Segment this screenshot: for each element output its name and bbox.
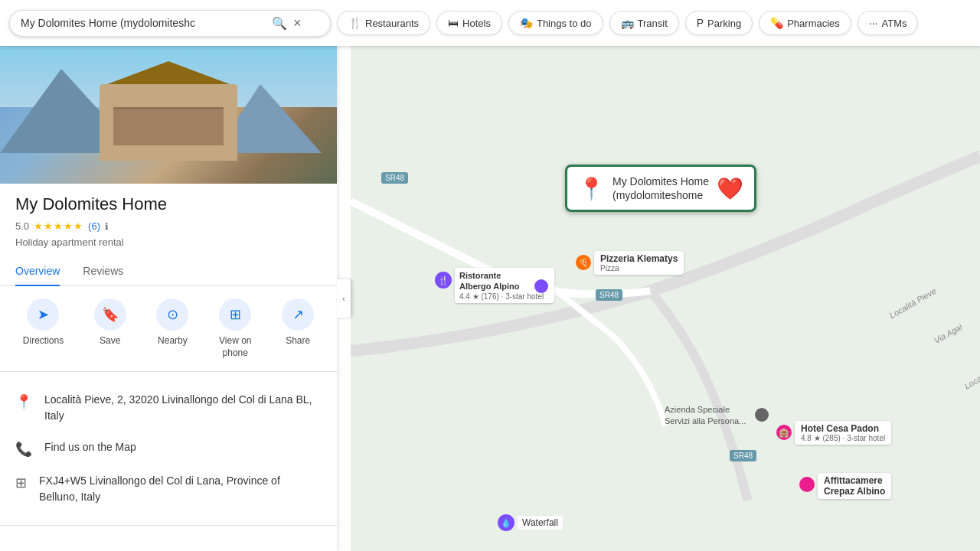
nearby-button[interactable]: ⊙ Nearby [156, 298, 188, 359]
road-label-localita-pieve-1: Località Pieve [888, 286, 938, 321]
collapse-panel-button[interactable]: ‹ [337, 279, 351, 318]
hotel-cesa-dot: 🏨 [776, 425, 792, 440]
grid-icon: ⊞ [15, 474, 27, 491]
pizzeria-dot: 🍕 [576, 255, 591, 270]
share-icon: ↗ [282, 298, 314, 331]
save-icon: 🔖 [94, 298, 126, 331]
ristorante-dot [534, 279, 548, 293]
plus-code-row: ⊞ FXJ4+W5 Livinallongo del Col di Lana, … [15, 465, 322, 513]
view-on-phone-icon: ⊞ [219, 298, 251, 331]
search-input[interactable] [21, 17, 266, 29]
category-pill-hotels[interactable]: 🛏Hotels [436, 11, 502, 35]
area-dot [755, 408, 769, 422]
main-content: My Dolomites Home 5.0 ★★★★★ (6) ℹ Holida… [0, 46, 980, 551]
find-on-map-row[interactable]: 📞 Find us on the Map [15, 432, 322, 465]
address-row: 📍 Località Pieve, 2, 32020 Livinallongo … [15, 384, 322, 432]
map-pin-icon: 📍 [578, 176, 605, 201]
parking-pill-label: Parking [707, 18, 741, 29]
left-panel: My Dolomites Home 5.0 ★★★★★ (6) ℹ Holida… [0, 46, 337, 551]
map-background: SR48 SR48 SR48 📍 My Dolomites Home(mydol… [351, 46, 980, 551]
find-on-map-text[interactable]: Find us on the Map [44, 439, 136, 455]
view-on-phone-label: View onphone [219, 335, 251, 359]
atms-pill-label: ATMs [881, 18, 906, 29]
place-type: Holiday apartment rental [0, 235, 337, 257]
affittacamere-dot [799, 477, 815, 492]
hotel-cesa-name: Hotel Cesa Padon [801, 423, 885, 434]
directions-label: Directions [23, 335, 64, 347]
tabs: Overview Reviews [0, 257, 337, 286]
nearby-label: Nearby [158, 335, 188, 347]
hotels-pill-icon: 🛏 [448, 17, 459, 29]
ristorante-meta: 4.4 ★ (176) · 3-star hotel [459, 292, 550, 301]
save-button[interactable]: 🔖 Save [94, 298, 126, 359]
view-on-phone-button[interactable]: ⊞ View onphone [219, 298, 251, 359]
top-bar: 🔍 × 🍴Restaurants🛏Hotels🎭Things to do🚌Tra… [0, 0, 980, 46]
tab-overview[interactable]: Overview [15, 257, 60, 286]
directions-button[interactable]: ➤ Directions [23, 298, 64, 359]
share-button[interactable]: ↗ Share [282, 298, 314, 359]
plus-code-text: FXJ4+W5 Livinallongo del Col di Lana, Pr… [39, 473, 322, 505]
rating-row: 5.0 ★★★★★ (6) ℹ [0, 217, 337, 235]
place-name: My Dolomites Home [0, 184, 337, 217]
road-badge-sr48-1: SR48 [381, 172, 408, 184]
marker-name-text: My Dolomites Home(mydolomiteshome [612, 174, 709, 202]
road-badge-sr48-3: SR48 [730, 450, 756, 461]
directions-icon: ➤ [27, 298, 59, 331]
affittacamere-name: AffittacamereCrepaz Albino [824, 475, 885, 497]
poi-pizzeria[interactable]: Pizzeria Klematys Pizza 🍕 [594, 251, 684, 275]
transit-pill-label: Transit [638, 18, 668, 29]
tab-reviews[interactable]: Reviews [83, 257, 123, 286]
category-pill-atms[interactable]: ···ATMs [858, 11, 919, 35]
map-container[interactable]: SR48 SR48 SR48 📍 My Dolomites Home(mydol… [351, 46, 980, 551]
category-pills: 🍴Restaurants🛏Hotels🎭Things to do🚌Transit… [337, 11, 971, 35]
category-pill-transit[interactable]: 🚌Transit [609, 11, 679, 35]
save-label: Save [100, 335, 120, 347]
poi-hotel-cesa[interactable]: Hotel Cesa Padon 4.8 ★ (285) · 3-star ho… [795, 421, 891, 445]
pharmacies-pill-icon: 💊 [770, 17, 783, 29]
nearby-icon: ⊙ [156, 298, 188, 331]
restaurants-pill-icon: 🍴 [348, 17, 361, 29]
restaurants-pill-label: Restaurants [365, 18, 419, 29]
hotels-pill-label: Hotels [462, 18, 491, 29]
info-icon[interactable]: ℹ [105, 221, 109, 232]
share-label: Share [286, 335, 310, 347]
clear-search-button[interactable]: × [293, 15, 302, 31]
road-badge-sr48-2: SR48 [596, 289, 622, 301]
heart-icon: ❤️ [717, 176, 743, 201]
poi-affittacamere[interactable]: AffittacamereCrepaz Albino [818, 473, 891, 499]
stars: ★★★★★ [34, 220, 83, 232]
transit-pill-icon: 🚌 [621, 17, 634, 29]
pizzeria-type: Pizza [600, 264, 678, 272]
atms-pill-icon: ··· [869, 17, 878, 29]
pharmacies-pill-label: Pharmacies [787, 18, 840, 29]
parking-pill-icon: P [697, 17, 704, 29]
category-pill-restaurants[interactable]: 🍴Restaurants [337, 11, 430, 35]
search-button[interactable]: 🔍 [272, 16, 287, 31]
hotel-cesa-meta: 4.8 ★ (285) · 3-star hotel [801, 434, 885, 442]
search-box: 🔍 × [9, 10, 331, 37]
waterfall-dot: 💧 [498, 514, 514, 531]
category-pill-parking[interactable]: PParking [685, 11, 753, 35]
address-section: 📍 Località Pieve, 2, 32020 Livinallongo … [0, 372, 337, 526]
category-pill-things-to-do[interactable]: 🎭Things to do [508, 11, 603, 35]
road-label-via-agai: Via Agai [933, 322, 964, 346]
place-marker-popup[interactable]: 📍 My Dolomites Home(mydolomiteshome ❤️ [565, 165, 756, 212]
review-count[interactable]: (6) [88, 220, 100, 232]
things-to-do-pill-label: Things to do [537, 18, 592, 29]
category-pill-pharmacies[interactable]: 💊Pharmacies [759, 11, 851, 35]
rating-number: 5.0 [15, 220, 29, 232]
road-label-localita: Località [963, 368, 980, 390]
location-icon: 📍 [15, 393, 32, 410]
hero-image[interactable] [0, 46, 337, 184]
waterfall-label: Waterfall [518, 516, 563, 530]
phone-icon: 📞 [15, 441, 32, 458]
pizzeria-name: Pizzeria Klematys [600, 253, 678, 264]
things-to-do-pill-icon: 🎭 [520, 17, 533, 29]
address-text: Località Pieve, 2, 32020 Livinallongo de… [44, 392, 322, 424]
area-label: Azienda SpecialeServizi alla Persona... [665, 404, 746, 428]
actions-row: ➤ Directions 🔖 Save ⊙ Nearby ⊞ View onph… [0, 286, 337, 372]
